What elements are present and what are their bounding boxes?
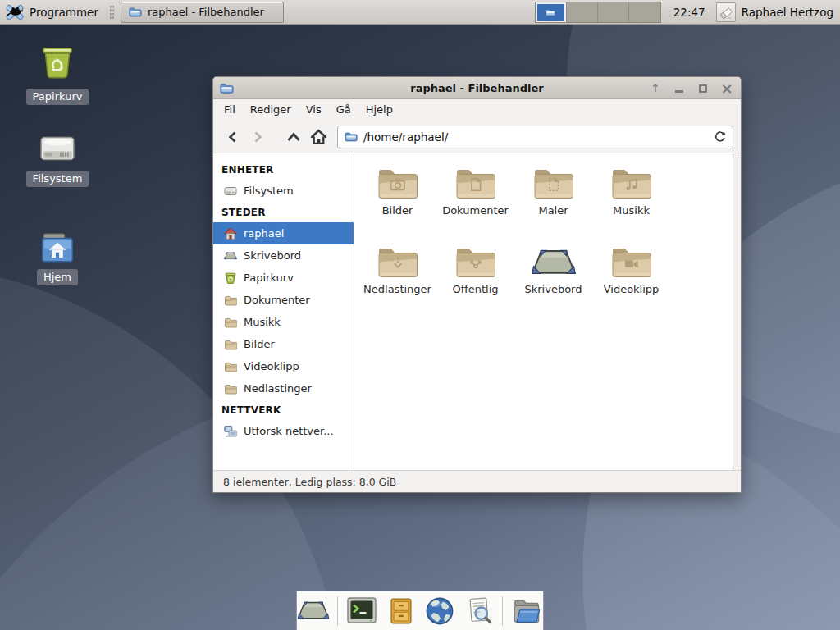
file-item-nedlastinger[interactable]: Nedlastinger xyxy=(358,243,436,322)
desktop-icon-trash[interactable]: Papirkurv xyxy=(15,43,100,105)
sidebar-item-label: Videoklipp xyxy=(244,360,299,372)
file-label: Videoklipp xyxy=(604,283,660,295)
clock[interactable]: 22:47 xyxy=(673,6,705,19)
file-label: Musikk xyxy=(613,204,650,217)
folder-icon xyxy=(129,6,142,18)
desktop-icon-label: Hjem xyxy=(37,269,78,285)
menu-fil[interactable]: Fil xyxy=(217,99,243,121)
file-item-videoklipp[interactable]: Videoklipp xyxy=(592,243,670,322)
sidebar-item-label: Utforsk nettver... xyxy=(244,425,334,437)
maximize-button[interactable] xyxy=(697,82,709,95)
blue-folder-icon xyxy=(510,596,543,626)
reload-icon[interactable] xyxy=(714,130,726,143)
file-label: Dokumenter xyxy=(442,204,509,217)
hard-drive-icon xyxy=(36,130,79,167)
desktop-icon-filesystem[interactable]: Filsystem xyxy=(15,130,100,187)
user-name: Raphael Hertzog xyxy=(742,6,833,19)
workspace-3[interactable] xyxy=(598,2,629,22)
sidebar-item-label: Dokumenter xyxy=(244,294,310,306)
workspace-4[interactable] xyxy=(629,2,660,22)
home-button[interactable] xyxy=(306,125,331,149)
vertical-scrollbar[interactable] xyxy=(733,153,741,470)
desktop-icon xyxy=(224,249,237,262)
download-emblem-icon xyxy=(389,254,407,272)
sidebar-header-network: NETTVERK xyxy=(213,399,354,420)
trash-icon xyxy=(224,272,237,285)
close-button[interactable]: × xyxy=(721,82,733,95)
file-item-skrivebord[interactable]: Skrivebord xyxy=(514,243,592,322)
sidebar-item-label: Skrivebord xyxy=(244,249,301,262)
user-menu-button[interactable]: Raphael Hertzog xyxy=(716,2,833,22)
status-text: 8 ielementer, Ledig plass: 8,0 GiB xyxy=(223,476,396,488)
title-bar[interactable]: raphael - Filbehandler ↑ × xyxy=(213,77,741,99)
taskbar-window-title: raphael - Filbehandler xyxy=(148,6,264,18)
file-cabinet-icon xyxy=(387,596,415,627)
file-view: Bilder Dokumenter xyxy=(354,153,741,470)
sidebar-item-filsystem[interactable]: Filsystem xyxy=(213,180,354,202)
sidebar-item-dokumenter[interactable]: Dokumenter xyxy=(213,289,354,311)
browser-globe-icon xyxy=(424,596,455,627)
file-cabinet-button[interactable] xyxy=(386,595,417,628)
terminal-button[interactable] xyxy=(345,595,378,628)
template-emblem-icon xyxy=(545,176,563,194)
menu-ga[interactable]: Gå xyxy=(329,99,358,121)
user-icon xyxy=(716,2,736,22)
menu-vis[interactable]: Vis xyxy=(299,99,329,121)
sidebar-item-label: Filsystem xyxy=(244,185,294,197)
shade-button[interactable]: ↑ xyxy=(650,82,661,95)
folder-icon xyxy=(224,338,237,351)
sidebar-item-nedlastinger[interactable]: Nedlastinger xyxy=(213,377,354,399)
panel-grip xyxy=(109,5,115,20)
back-button[interactable] xyxy=(221,125,245,149)
desktop: Programmer raphael - Filbehandler 22:47 xyxy=(0,0,840,630)
show-desktop-button[interactable] xyxy=(297,595,330,628)
dock-separator xyxy=(502,596,503,626)
workspace-2[interactable] xyxy=(567,2,598,22)
sidebar-item-network[interactable]: Utforsk nettver... xyxy=(213,420,354,442)
applications-menu-button[interactable]: Programmer xyxy=(3,1,103,24)
desktop-icon xyxy=(531,247,577,278)
sidebar-item-raphael[interactable]: raphael xyxy=(213,222,354,244)
file-label: Offentlig xyxy=(453,283,499,295)
sidebar-item-label: raphael xyxy=(244,227,284,240)
file-label: Nedlastinger xyxy=(363,283,431,295)
file-label: Maler xyxy=(538,204,568,217)
desktop-icon-label: Papirkurv xyxy=(26,89,89,105)
sidebar-item-papirkurv[interactable]: Papirkurv xyxy=(213,267,354,289)
menu-rediger[interactable]: Rediger xyxy=(243,99,299,121)
sidebar-item-label: Musikk xyxy=(244,316,281,328)
folder-icon xyxy=(220,81,234,95)
minimize-button[interactable] xyxy=(673,82,685,95)
files-folder-button[interactable] xyxy=(510,595,543,628)
hard-drive-icon xyxy=(224,185,237,198)
menu-hjelp[interactable]: Hjelp xyxy=(358,99,400,121)
sidebar-item-musikk[interactable]: Musikk xyxy=(213,311,354,333)
applications-menu-label: Programmer xyxy=(30,6,98,19)
file-item-offentlig[interactable]: Offentlig xyxy=(436,243,514,322)
search-button[interactable] xyxy=(463,595,495,628)
dock xyxy=(296,591,544,630)
sidebar-item-skrivebord[interactable]: Skrivebord xyxy=(213,244,354,267)
folder-icon xyxy=(224,316,237,329)
sidebar-item-videoklipp[interactable]: Videoklipp xyxy=(213,355,354,377)
desktop-icon-home[interactable]: Hjem xyxy=(15,228,100,285)
path-field[interactable]: /home/raphael/ xyxy=(337,126,733,148)
xfce-logo-icon xyxy=(5,2,25,22)
home-icon xyxy=(310,129,327,145)
forward-button[interactable] xyxy=(245,125,270,149)
file-item-maler[interactable]: Maler xyxy=(514,164,592,243)
sidebar-item-bilder[interactable]: Bilder xyxy=(213,333,354,355)
folder-icon xyxy=(345,130,358,143)
file-item-dokumenter[interactable]: Dokumenter xyxy=(436,164,514,243)
workspace-switcher xyxy=(535,2,661,23)
up-button[interactable] xyxy=(281,125,306,149)
document-emblem-icon xyxy=(467,176,485,194)
home-folder-icon xyxy=(36,228,79,266)
file-item-bilder[interactable]: Bilder xyxy=(358,164,436,243)
web-browser-button[interactable] xyxy=(424,595,455,628)
folder-icon xyxy=(224,360,237,373)
taskbar-window-button[interactable]: raphael - Filbehandler xyxy=(121,2,284,23)
workspace-1[interactable] xyxy=(536,2,567,22)
file-item-musikk[interactable]: Musikk xyxy=(592,164,670,243)
network-icon xyxy=(224,425,237,438)
